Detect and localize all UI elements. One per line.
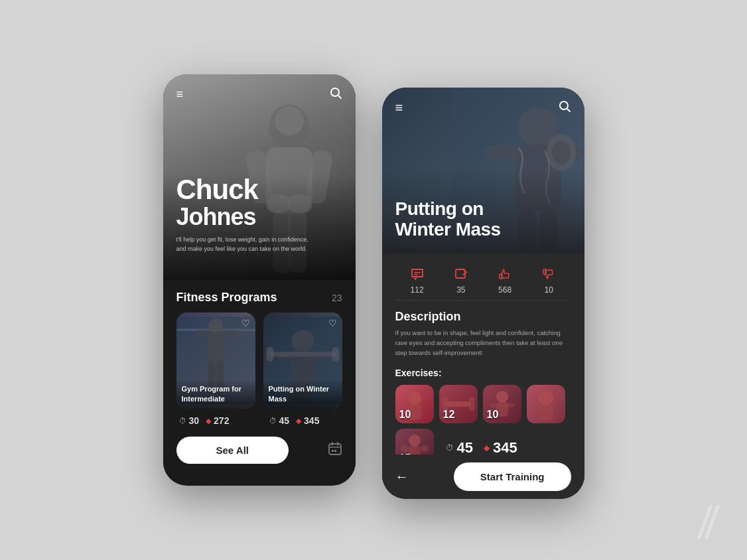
exercise-1-num: 10 xyxy=(399,409,411,421)
phone-1-hero: ≡ Chuck Johnes I'll help you get fit, lo… xyxy=(163,74,356,280)
decorative-slashes xyxy=(703,504,714,540)
card-1-heart[interactable]: ♡ xyxy=(241,318,250,328)
card-2-overlay: Putting on Winter Mass xyxy=(263,379,342,409)
svg-point-13 xyxy=(208,318,223,333)
card-1-title: Gym Program for Intermediate xyxy=(182,384,250,403)
exercise-3-num: 10 xyxy=(487,409,499,421)
phone-1-header: ≡ xyxy=(163,74,356,115)
svg-rect-34 xyxy=(334,450,336,452)
trainer-first-name: Chuck xyxy=(176,176,309,204)
phone-2-footer: ← Start Training xyxy=(382,455,584,499)
svg-rect-64 xyxy=(401,445,409,452)
svg-rect-50 xyxy=(543,269,546,274)
card-2-cal-stat: ◆ 345 xyxy=(296,415,319,426)
exercises-row: 10 12 xyxy=(395,385,571,423)
description-title: Description xyxy=(395,310,571,324)
phones-container: ≡ Chuck Johnes I'll help you get fit, lo… xyxy=(163,61,584,499)
svg-rect-16 xyxy=(222,330,237,336)
share-icon xyxy=(454,268,468,283)
svg-point-62 xyxy=(409,435,421,447)
footer-time-stat: ⏱ 45 xyxy=(446,439,473,456)
svg-rect-65 xyxy=(421,445,429,452)
svg-rect-49 xyxy=(500,274,502,279)
phone-2-header: ≡ xyxy=(382,88,584,128)
stats-row: 112 35 xyxy=(395,263,571,301)
card-2-calories: 345 xyxy=(304,415,319,426)
svg-rect-26 xyxy=(269,352,336,356)
footer-calories-stat: ◆ 345 xyxy=(484,439,517,456)
svg-rect-27 xyxy=(266,347,273,362)
back-button[interactable]: ← xyxy=(395,469,409,484)
hero-text: Chuck Johnes I'll help you get fit, lose… xyxy=(176,176,309,253)
card-2-heart[interactable]: ♡ xyxy=(328,318,337,328)
svg-rect-58 xyxy=(490,403,503,407)
stat-thumbsdown: 10 xyxy=(542,268,555,295)
svg-rect-29 xyxy=(329,444,341,455)
phone-2-body: 112 35 xyxy=(382,253,584,482)
trainer-subtitle: I'll help you get fit, lose weight, gain… xyxy=(176,236,309,253)
svg-rect-14 xyxy=(208,332,224,362)
card-1-time: 30 xyxy=(189,415,200,426)
description-text: If you want to be in shape, feel light a… xyxy=(395,328,571,358)
calendar-icon[interactable] xyxy=(328,441,342,459)
exercises-section: Exercises: 10 xyxy=(395,368,571,467)
exercise-3[interactable]: 10 xyxy=(483,385,521,423)
program-card-1[interactable]: Gym Program for Intermediate ♡ xyxy=(176,313,255,409)
thumbsdown-icon xyxy=(542,268,555,283)
card-1-calories: 272 xyxy=(214,415,229,426)
start-training-button[interactable]: Start Training xyxy=(454,462,571,491)
svg-line-45 xyxy=(567,109,570,112)
search-icon[interactable] xyxy=(329,86,342,103)
stat-comment: 112 xyxy=(411,268,424,295)
phone-2-search-icon[interactable] xyxy=(558,100,571,116)
programs-row: Gym Program for Intermediate ♡ xyxy=(176,313,342,409)
stat-thumbsup-value: 568 xyxy=(498,285,511,295)
svg-rect-33 xyxy=(332,450,334,452)
exercise-2-num: 12 xyxy=(443,409,455,421)
slash-2 xyxy=(705,504,720,539)
phone-2: ≡ Putting on Winter Mass xyxy=(382,88,584,499)
program-title: Putting on Winter Mass xyxy=(395,199,501,240)
svg-rect-61 xyxy=(539,403,553,421)
phone-1: ≡ Chuck Johnes I'll help you get fit, lo… xyxy=(163,74,356,486)
description-section: Description If you want to be in shape, … xyxy=(395,310,571,358)
footer-time: 45 xyxy=(457,439,473,456)
thumbsup-icon xyxy=(498,268,511,283)
svg-rect-55 xyxy=(469,397,474,411)
svg-rect-47 xyxy=(414,274,418,275)
program-card-2[interactable]: Putting on Winter Mass ♡ xyxy=(263,313,342,409)
exercise-1[interactable]: 10 xyxy=(395,385,434,423)
stat-thumbsup: 568 xyxy=(498,268,511,295)
stat-share: 35 xyxy=(454,268,468,295)
svg-point-20 xyxy=(292,330,314,352)
svg-rect-53 xyxy=(446,401,471,407)
card-2-time: 45 xyxy=(279,415,290,426)
exercise-4[interactable] xyxy=(527,385,565,423)
hero2-text: Putting on Winter Mass xyxy=(395,199,501,240)
see-all-button[interactable]: See All xyxy=(176,437,289,464)
card-2-time-stat: ⏱ 45 xyxy=(269,415,290,426)
svg-point-56 xyxy=(496,391,508,403)
programs-section-header: Fitness Programs 23 xyxy=(176,291,342,305)
phone-2-hero: ≡ Putting on Winter Mass xyxy=(382,88,584,253)
phone-2-menu-icon[interactable]: ≡ xyxy=(395,100,403,115)
stat-share-value: 35 xyxy=(456,285,465,295)
phone-1-body: Fitness Programs 23 xyxy=(163,280,356,474)
card-2-title: Putting on Winter Mass xyxy=(269,384,337,403)
svg-rect-59 xyxy=(502,403,515,407)
svg-rect-38 xyxy=(485,146,518,159)
menu-icon[interactable]: ≡ xyxy=(176,88,184,102)
card-1-overlay: Gym Program for Intermediate xyxy=(176,379,255,409)
stat-comment-value: 112 xyxy=(411,285,424,295)
svg-point-41 xyxy=(552,141,571,165)
svg-rect-46 xyxy=(414,272,421,273)
svg-point-60 xyxy=(539,391,553,405)
card-1-time-stat: ⏱ 30 xyxy=(179,415,200,426)
exercises-title: Exercises: xyxy=(395,368,571,378)
card-1-cal-stat: ◆ 272 xyxy=(206,415,229,426)
exercise-2[interactable]: 12 xyxy=(439,385,478,423)
stat-thumbsdown-value: 10 xyxy=(545,285,553,295)
footer-calories: 345 xyxy=(493,439,517,456)
svg-rect-28 xyxy=(332,347,339,362)
trainer-last-name: Johnes xyxy=(176,204,309,230)
